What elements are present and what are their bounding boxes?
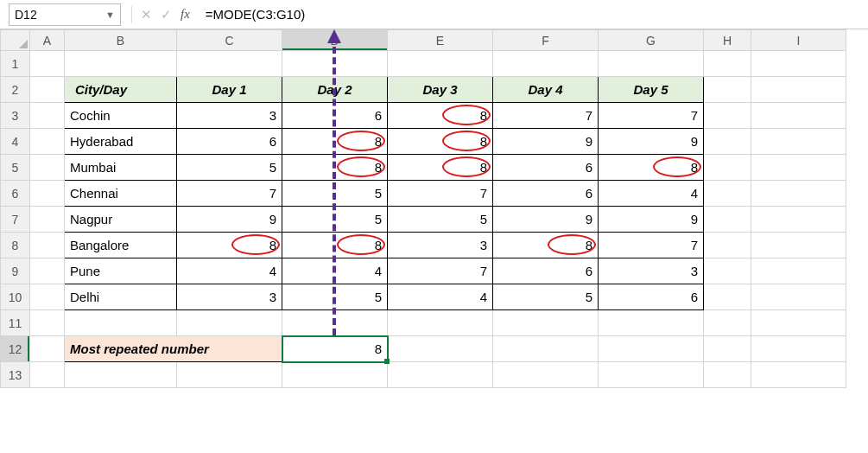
cell[interactable] [65,51,177,77]
spreadsheet-grid[interactable]: A B C D E F G H I 12City/DayDay 1Day 2Da… [0,29,868,388]
cell[interactable] [388,336,493,362]
cell[interactable]: 6 [493,155,599,181]
cell[interactable] [177,362,282,388]
cell[interactable]: 4 [177,258,282,284]
cell[interactable] [599,51,704,77]
cell[interactable] [704,181,751,207]
cell[interactable] [751,129,846,155]
col-header-H[interactable]: H [704,30,751,51]
cell[interactable]: 3 [599,258,704,284]
cell[interactable] [30,310,65,336]
cell[interactable]: Nagpur [65,207,177,233]
cell[interactable]: 5 [282,284,388,310]
cell[interactable]: Day 2 [282,77,388,103]
cell[interactable]: 3 [388,233,493,258]
cell[interactable]: 9 [493,129,599,155]
select-all-corner[interactable] [1,30,30,51]
row-header-4[interactable]: 4 [1,129,30,155]
cell[interactable]: Day 3 [388,77,493,103]
cell[interactable] [751,103,846,129]
cell[interactable]: 5 [177,155,282,181]
cell[interactable] [177,51,282,77]
cell[interactable] [493,51,599,77]
cell[interactable]: Day 1 [177,77,282,103]
cell[interactable]: Bangalore [65,233,177,258]
col-header-F[interactable]: F [493,30,599,51]
confirm-icon[interactable]: ✓ [161,7,172,22]
cell[interactable] [30,51,65,77]
cell[interactable]: Day 4 [493,77,599,103]
row-header-3[interactable]: 3 [1,103,30,129]
cell[interactable] [30,207,65,233]
selected-cell[interactable]: 8 [282,336,388,362]
cell[interactable]: 5 [493,284,599,310]
cell[interactable]: Cochin [65,103,177,129]
cell[interactable] [704,129,751,155]
cell[interactable] [751,310,846,336]
chevron-down-icon[interactable]: ▼ [105,10,115,20]
cell[interactable]: Pune [65,258,177,284]
cell[interactable] [751,362,846,388]
cell[interactable] [30,181,65,207]
cell[interactable] [751,77,846,103]
cell[interactable] [30,233,65,258]
cell[interactable]: 6 [599,284,704,310]
name-box[interactable]: D12 ▼ [9,3,121,26]
cell[interactable] [704,155,751,181]
cell[interactable]: Hyderabad [65,129,177,155]
cell[interactable]: 3 [177,284,282,310]
cell[interactable] [704,310,751,336]
cell[interactable] [30,129,65,155]
cell[interactable]: 8 [388,103,493,129]
cell[interactable] [704,336,751,362]
col-header-C[interactable]: C [177,30,282,51]
row-header-8[interactable]: 8 [1,233,30,258]
cell[interactable] [751,336,846,362]
cell[interactable]: 7 [388,258,493,284]
cell[interactable]: 6 [177,129,282,155]
cell[interactable]: 4 [388,284,493,310]
row-header-10[interactable]: 10 [1,284,30,310]
row-header-1[interactable]: 1 [1,51,30,77]
cell[interactable] [388,310,493,336]
cell[interactable] [282,51,388,77]
cell[interactable]: Delhi [65,284,177,310]
cell[interactable] [388,51,493,77]
cell[interactable]: 8 [599,155,704,181]
cell[interactable] [30,155,65,181]
cell[interactable] [388,362,493,388]
cell[interactable] [751,51,846,77]
col-header-A[interactable]: A [30,30,65,51]
cell[interactable] [493,310,599,336]
cell[interactable] [30,103,65,129]
cell[interactable]: 3 [177,103,282,129]
row-header-5[interactable]: 5 [1,155,30,181]
col-header-G[interactable]: G [599,30,704,51]
cell[interactable] [493,362,599,388]
row-header-12[interactable]: 12 [1,336,30,362]
cancel-icon[interactable]: ✕ [141,7,152,22]
cell[interactable] [704,284,751,310]
cell[interactable]: Chennai [65,181,177,207]
cell[interactable] [65,362,177,388]
cell[interactable]: 8 [388,155,493,181]
row-header-11[interactable]: 11 [1,310,30,336]
cell[interactable]: 8 [493,233,599,258]
cell[interactable]: 7 [177,181,282,207]
cell[interactable]: 8 [177,233,282,258]
cell[interactable] [704,362,751,388]
cell[interactable]: 6 [493,181,599,207]
col-header-I[interactable]: I [751,30,846,51]
row-header-2[interactable]: 2 [1,77,30,103]
cell[interactable] [751,258,846,284]
row-header-7[interactable]: 7 [1,207,30,233]
formula-input[interactable] [200,6,868,22]
cell[interactable] [751,207,846,233]
row-header-13[interactable]: 13 [1,362,30,388]
cell[interactable]: 7 [599,233,704,258]
cell[interactable]: 8 [282,155,388,181]
cell[interactable] [751,155,846,181]
cell[interactable]: 5 [282,207,388,233]
cell[interactable]: 8 [282,129,388,155]
cell[interactable] [751,181,846,207]
